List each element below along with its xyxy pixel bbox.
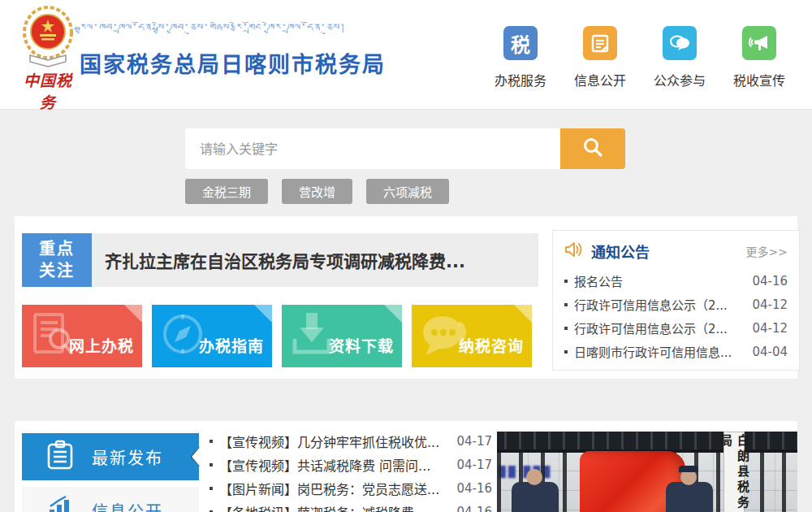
logo-caption: 中国税务 <box>16 68 80 112</box>
quick-service-tiles: 网上办税 办税指南 资料下载 <box>22 305 542 367</box>
news-item[interactable]: 【宣传视频】共话减税降费 问需问... 04-17 <box>209 453 492 476</box>
notice-panel: 通知公告 更多>> 报名公告 04-16 行政许可信用信息公示（2... 04-… <box>552 230 800 371</box>
bullet-icon <box>209 487 213 490</box>
notepad-icon <box>583 26 617 60</box>
chat-bubbles-icon <box>663 26 697 60</box>
bullet-icon <box>564 350 568 354</box>
tab-latest-release[interactable]: 最新发布 <box>22 433 199 480</box>
tag-six-tax-cuts[interactable]: 六项减税 <box>366 179 449 204</box>
bar-chart-icon <box>46 495 74 512</box>
key-focus-badge: 重点 关注 <box>22 233 92 287</box>
search-section: 金税三期 营改增 六项减税 <box>0 111 812 215</box>
bullet-icon <box>564 280 568 283</box>
focus-headline-link[interactable]: 齐扎拉主席在自治区税务局专项调研减税降费... <box>92 233 538 287</box>
search-button[interactable] <box>560 128 625 169</box>
hot-search-tags: 金税三期 营改增 六项减税 <box>185 179 463 204</box>
news-item[interactable]: 【图片新闻】岗巴税务：党员志愿送... 04-16 <box>209 476 492 500</box>
notice-more-link[interactable]: 更多>> <box>746 243 788 259</box>
tile-downloads[interactable]: 资料下载 <box>282 305 402 367</box>
news-item[interactable]: 【宣传视频】几分钟牢牢抓住税收优... 04-17 <box>209 429 492 453</box>
bullet-icon <box>209 463 213 466</box>
tile-tax-consult[interactable]: 纳税咨询 <box>412 305 532 367</box>
news-item[interactable]: 【各地税讯】萨迦税务：减税降费... 04-16 <box>209 500 492 512</box>
nav-item-tax-service[interactable]: 税 办税服务 <box>481 26 560 89</box>
notice-item[interactable]: 行政许可信用信息公示（2... 04-12 <box>564 316 788 340</box>
search-icon <box>581 136 605 163</box>
active-tab-arrow-icon <box>191 447 200 466</box>
tile-online-tax[interactable]: 网上办税 <box>22 305 142 367</box>
megaphone-icon <box>742 26 776 60</box>
tag-vat-reform[interactable]: 营改增 <box>282 179 352 204</box>
search-input[interactable] <box>185 128 560 169</box>
top-nav: 税 办税服务 信息公开 <box>481 26 799 89</box>
tab-info-disclosure[interactable]: 信息公开 <box>22 487 199 512</box>
tile-tax-guide[interactable]: 办税指南 <box>152 305 272 367</box>
nav-item-info-disclosure[interactable]: 信息公开 <box>560 26 640 89</box>
clipboard-icon <box>46 440 74 474</box>
bullet-icon <box>564 303 568 306</box>
photo-person-left <box>512 482 559 512</box>
main-content: 重点 关注 齐扎拉主席在自治区税务局专项调研减税降费... 网上办税 <box>15 216 797 379</box>
site-title: 国家税务总局日喀则市税务局 <box>80 47 386 79</box>
site-header: 中国税务 རྒྱལ་ཁབ་ཁྲལ་དོན་སྤྱི་ཁྱབ་ཅུས་གཞིས་ར… <box>0 0 812 110</box>
notice-item[interactable]: 报名公告 04-16 <box>564 269 788 293</box>
bullet-icon <box>209 440 213 443</box>
news-photo-unveiling-ceremony[interactable]: ▉▉ ▉▉▉ 白朗县税务局 <box>497 432 797 512</box>
bullet-icon <box>564 327 568 330</box>
nav-item-tax-promotion[interactable]: 税收宣传 <box>719 26 799 89</box>
latest-news-section: 最新发布 信息公开 【宣传视频】几分钟牢牢抓住税收优... 04-17 【宣传视… <box>15 421 797 512</box>
tag-golden-tax-3[interactable]: 金税三期 <box>185 179 268 204</box>
notice-item[interactable]: 日喀则市行政许可信用信息... 04-04 <box>564 340 788 363</box>
speaker-icon <box>564 241 584 262</box>
notice-title: 通知公告 <box>591 241 746 262</box>
site-logo: 中国税务 <box>16 5 80 112</box>
news-list: 【宣传视频】几分钟牢牢抓住税收优... 04-17 【宣传视频】共话减税降费 问… <box>209 429 492 512</box>
tax-service-icon: 税 <box>503 26 538 60</box>
notice-item[interactable]: 行政许可信用信息公示（2... 04-12 <box>564 293 788 316</box>
nav-item-public-participation[interactable]: 公众参与 <box>640 26 719 89</box>
tibetan-title: རྒྱལ་ཁབ་ཁྲལ་དོན་སྤྱི་ཁྱབ་ཅུས་གཞིས་རྩེ་གྲ… <box>80 21 386 42</box>
photo-person-right <box>666 482 713 512</box>
photo-office-sign: 白朗县税务局 <box>723 432 745 512</box>
